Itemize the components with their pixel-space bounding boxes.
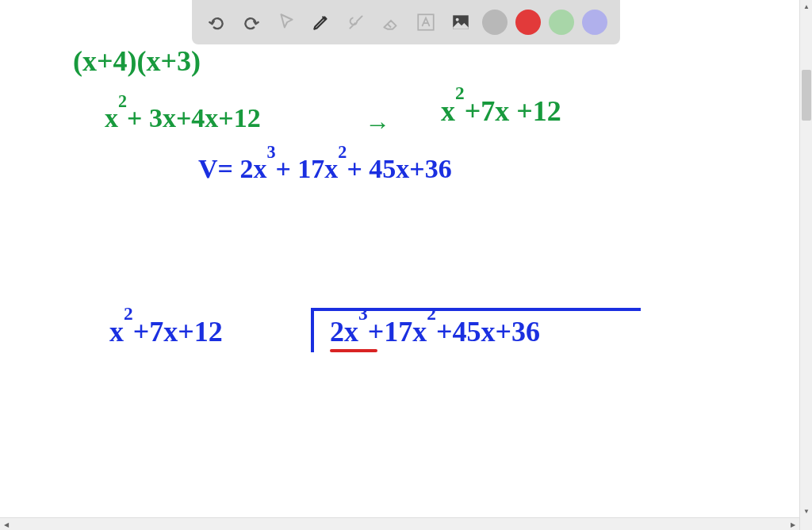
toolbar xyxy=(192,0,620,44)
color-red[interactable] xyxy=(515,10,541,35)
expr-dividend: 2x3+17x2+45x+36 xyxy=(330,314,540,348)
color-gray[interactable] xyxy=(482,10,508,35)
tools-button[interactable] xyxy=(343,9,370,36)
expr-divisor: x2+7x+12 xyxy=(109,314,223,348)
text-icon xyxy=(416,12,436,33)
scroll-down-button[interactable]: ▼ xyxy=(800,505,812,517)
color-green[interactable] xyxy=(549,10,574,35)
text-button[interactable] xyxy=(412,9,439,36)
cursor-icon xyxy=(276,12,297,33)
whiteboard-canvas: (x+4)(x+3) x2+ 3x+4x+12 → x2+7x +12 V= 2… xyxy=(0,0,799,517)
long-division-bracket xyxy=(311,308,641,352)
arrow-icon: → xyxy=(365,109,390,139)
scroll-right-button[interactable]: ▶ xyxy=(787,518,799,530)
undo-icon xyxy=(206,12,227,33)
scroll-thumb-v[interactable] xyxy=(802,70,811,121)
scroll-up-button[interactable]: ▲ xyxy=(800,0,812,13)
tools-icon xyxy=(346,12,366,33)
vertical-scrollbar[interactable]: ▲ ▼ xyxy=(799,0,812,530)
eraser-icon xyxy=(381,12,401,33)
expr-expanded-right: x2+7x +12 xyxy=(441,94,561,128)
scroll-left-button[interactable]: ◀ xyxy=(0,518,13,530)
svg-point-2 xyxy=(456,18,459,21)
redo-button[interactable] xyxy=(238,9,265,36)
horizontal-scrollbar[interactable]: ◀ ▶ xyxy=(0,517,799,530)
image-button[interactable] xyxy=(447,9,474,36)
expr-volume: V= 2x3+ 17x2+ 45x+36 xyxy=(198,152,452,184)
pen-icon xyxy=(311,12,331,33)
eraser-button[interactable] xyxy=(377,9,404,36)
redo-icon xyxy=(241,12,262,33)
pen-button[interactable] xyxy=(308,9,335,36)
undo-button[interactable] xyxy=(203,9,230,36)
red-underline xyxy=(330,349,377,352)
color-purple[interactable] xyxy=(582,10,607,35)
expr-expanded-left: x2+ 3x+4x+12 xyxy=(105,102,261,133)
expr-factored: (x+4)(x+3) xyxy=(73,44,201,78)
cursor-button[interactable] xyxy=(273,9,300,36)
image-icon xyxy=(450,12,471,33)
